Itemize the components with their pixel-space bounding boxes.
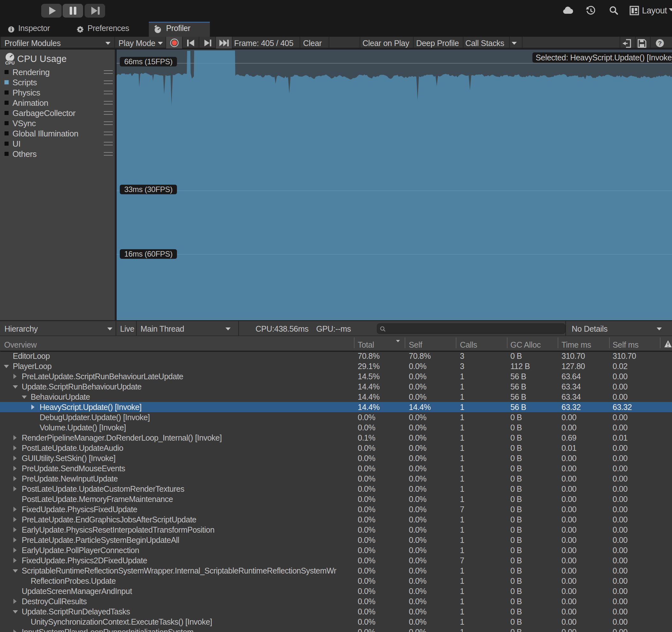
svg-text:?: ? [658, 40, 662, 47]
